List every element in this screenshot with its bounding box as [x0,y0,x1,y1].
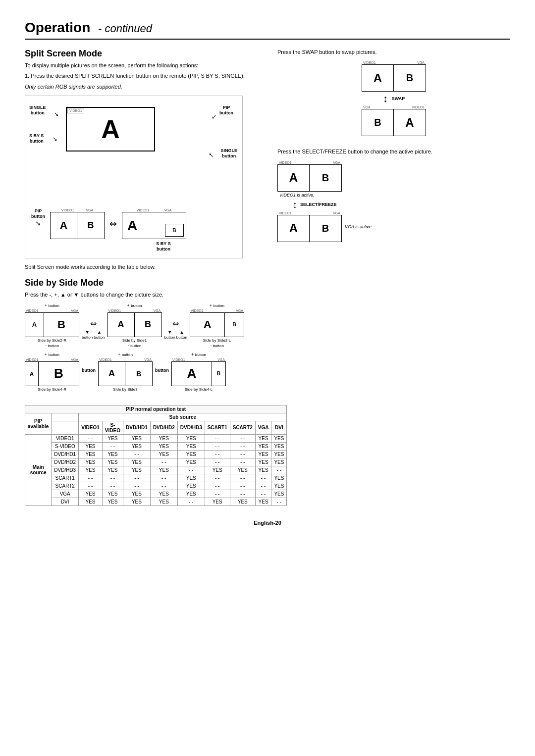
single-button-label: SINGLEbutton [29,105,46,116]
sbs4r-unit: + button VIDEO1VGA A B Side by Side4-R -… [25,352,79,397]
col-dvdhd1: DVD/HD1 [123,421,150,434]
sbs2l-unit: + button VIDEO1VGA A B Side by Side2-L -… [190,303,244,348]
sbys-button-label: S BY Sbutton [29,133,44,144]
swap-screen-bottom: VGAVIDEO1 B A [362,105,426,136]
split-para2: 1. Press the desired SPLIT SCREEN functi… [25,72,263,80]
col-scart1: SCART1 [205,421,230,434]
pip-table: PIP normal operation test PIPavailable S… [25,405,287,506]
double-arrow-middle: ⇔ [109,218,117,229]
main-source-header: Mainsource [25,434,52,505]
swap-arrow-area: ↕ SWAP [383,94,405,103]
pip-screen-bottom: VIDEO1VGA A B [122,208,186,239]
sbys-arrow: ➘ [53,136,57,143]
page-footer: English-20 [25,516,510,526]
sbs-heading: Side by Side Mode [25,278,263,288]
swap-desc: Press the SWAP button to swap pictures. [277,49,510,56]
row-svideo-label: S-VIDEO [52,442,79,450]
table-row: DVD/HD3 YESYESYESYES- -YESYESYES- - [25,466,287,474]
sub-source-header: Sub source [79,413,287,421]
sf-desc: Press the SELECT/FREEZE button to change… [277,148,510,155]
page-number: English-20 [254,520,281,526]
single-button-label2: SINGLEbutton [220,148,237,159]
sbs1-unit: + button VIDEO1VGA A B Side by Side1 - b… [107,303,162,348]
col-svideo: S-VIDEO [102,421,123,434]
sbs2r-unit: + button VIDEO1VGA A B Side by Side2-R -… [25,303,79,348]
row-scart1-label: SCART1 [52,474,79,482]
table-row: Mainsource VIDEO1 - -YESYESYESYES- -- -Y… [25,434,287,442]
sbs-button-label-1: button [82,368,96,373]
sbs4l-unit: + button VIDEO1VGA A B Side by Side4-L -… [171,352,226,397]
title-main: Operation [25,20,90,35]
row-dvdhd2-label: DVD/HD2 [52,458,79,466]
table-row: SCART2 - -- -- -- -YES- -- -- -YES [25,482,287,490]
swap-btn-label: SWAP [392,96,405,101]
row-dvdhd1-label: DVD/HD1 [52,450,79,458]
sbs-para1: Press the -, +, ▲ or ▼ buttons to change… [25,291,263,299]
split-screen-heading: Split Screen Mode [25,49,263,59]
swap-diagram: VIDEO1VGA A B ↕ SWAP VGAVIDEO1 B A [277,61,510,136]
table-row: VGA YESYESYESYESYES- -- -- -YES [25,490,287,498]
page-title: Operation - continued [25,20,510,40]
sf-diagram: VIDEO1VGA A B VIDEO1 is active. ↕ SELECT… [277,161,510,242]
row-dvdhd3-label: DVD/HD3 [52,466,79,474]
sf-bottom: VIDEO1VGA A B VGA is active. [277,211,373,242]
sbys-button-bottom: S BY Sbutton [91,241,236,252]
row-scart2-label: SCART2 [52,482,79,490]
sf-arrow-area: ↕ SELECT/FREEZE [292,200,337,209]
pip-available-header: PIPavailable [25,413,52,434]
pip-arrow-top: ➘ [212,113,216,120]
split-works: Split Screen mode works according to the… [25,263,263,271]
pip-arrow-bottom: ➘ [35,219,41,227]
table-row: DVI YESYESYESYES- -YESYESYES- - [25,498,287,505]
sbs-arrows-2: ⇔ ▼button ▲button [164,319,188,341]
split-para1: To display multiple pictures on the scre… [25,62,263,69]
sf-btn-label: SELECT/FREEZE [300,202,337,207]
col-video1: VIDEO1 [79,421,103,434]
col-scart2: SCART2 [230,421,255,434]
row-dvi-label: DVI [52,498,79,505]
sf-active1-label: VIDEO1 is active. [279,193,315,198]
sbs-arrows-1: ⇔ ▼button ▲button [82,319,105,341]
swap-screen-top: VIDEO1VGA A B [362,61,426,92]
table-row: DVD/HD2 YESYESYES- -YES- -- -YESYES [25,458,287,466]
split-note: Only certain RGB signals are supported. [25,83,263,91]
title-suffix: - continued [98,22,152,35]
row-video1-label: VIDEO1 [52,434,79,442]
col-dvdhd2: DVD/HD2 [150,421,177,434]
sbs-button-label-2: button [155,368,169,373]
table-title: PIP normal operation test [25,405,287,413]
table-row: S-VIDEO YES- -YESYESYES- -- -YESYES [25,442,287,450]
sf-top: VIDEO1VGA A B [277,161,342,192]
row-vga-label: VGA [52,490,79,498]
single-arrow2: ➚ [209,151,214,158]
col-dvdhd3: DVD/HD3 [177,421,205,434]
column-headers: VIDEO1 S-VIDEO DVD/HD1 DVD/HD2 DVD/HD3 S… [25,421,287,434]
sf-active2-label: VGA is active. [345,224,373,229]
sbs3-unit: + button VIDEO1VGA A B Side by Side3 - b… [98,352,153,397]
sbs-screen-bottom: VIDEO1VGA A B [50,208,105,239]
table-row: SCART1 - -- -- -- -YES- -- -- -YES [25,474,287,482]
pip-button-label-bottom: PIPbutton [31,208,45,219]
single-arrow: ➘ [54,111,59,118]
pip-button-label-top: PIPbutton [219,105,233,116]
single-screen: VIDEO1 A [66,107,155,151]
table-row: DVD/HD1 YESYES- -YESYES- -- -YESYES [25,450,287,458]
split-screen-diagram: SINGLEbutton ➘ VIDEO1 A PIPbutton ➘ S BY… [25,96,243,258]
col-vga: VGA [255,421,271,434]
